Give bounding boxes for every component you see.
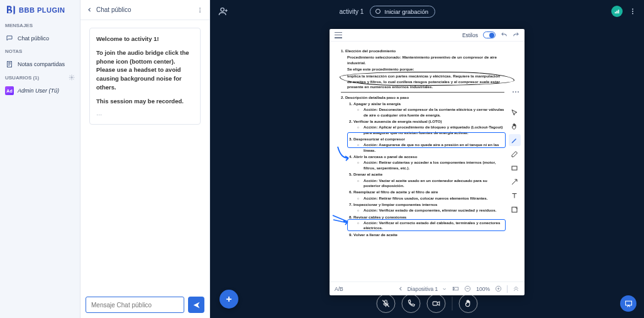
styles-toggle[interactable] (483, 31, 496, 38)
stage-topbar: activity 1 Iniciar grabación (210, 0, 644, 23)
welcome-line: Welcome to activity 1! (96, 35, 194, 43)
sidebar-item-user[interactable]: Ad Admin User (Tú) (0, 83, 80, 98)
doc-section1-title: 1. Elección del procedimiento (341, 48, 504, 54)
zoom-in-icon[interactable] (495, 285, 502, 292)
doc-step: Drenar el aceiteAcción: Vaciar el aceite… (353, 172, 504, 188)
undo-icon[interactable] (501, 31, 508, 38)
mute-mic-button[interactable] (377, 294, 396, 313)
options-kebab-icon[interactable] (629, 7, 636, 16)
audio-notice: To join the audio bridge click the phone… (96, 48, 194, 92)
record-icon (375, 9, 380, 14)
hide-presentation-icon[interactable] (513, 285, 519, 292)
hamburger-icon[interactable] (335, 32, 342, 38)
doc-why-intro: Se elige este procedimiento porque: (341, 67, 504, 72)
chat-input[interactable] (86, 297, 184, 313)
presentation-icon (625, 300, 633, 308)
svg-point-5 (221, 8, 224, 11)
tool-text-icon[interactable] (509, 190, 521, 202)
raise-hand-button[interactable] (459, 294, 478, 313)
user-avatar: Ad (5, 86, 14, 95)
bbb-logo-icon (5, 4, 16, 16)
restore-presentation-button[interactable] (620, 295, 636, 312)
slide-body: 1. Elección del procedimiento Procedimie… (330, 42, 525, 281)
leave-audio-button[interactable] (402, 294, 421, 313)
chat-panel: Chat público Welcome to activity 1! To j… (80, 0, 210, 318)
public-chat-label: Chat público (18, 35, 49, 42)
zoom-out-icon[interactable] (464, 285, 471, 292)
svg-point-1 (71, 77, 73, 79)
doc-selected-procedure: Procedimiento seleccionado: Mantenimient… (341, 55, 504, 65)
fit-width-icon[interactable] (452, 285, 459, 292)
tool-pen-icon[interactable] (509, 134, 521, 146)
actions-fab[interactable] (219, 290, 238, 309)
doc-step: Despresurizar el compresorAcción: Asegur… (353, 137, 504, 153)
doc-step: Inspeccionar y limpiar componentes inter… (353, 202, 504, 213)
svg-point-13 (515, 91, 516, 93)
chevron-left-icon[interactable] (87, 7, 92, 13)
doc-step-action: Acción: Verificar el correcto estado del… (353, 220, 504, 231)
doc-step: Reemplazar el filtro de aceite y el filt… (353, 190, 504, 201)
notes-section-label: NOTAS (0, 46, 80, 57)
messages-section-label: MENSAJES (0, 20, 80, 31)
welcome-message: Welcome to activity 1! To join the audio… (89, 28, 201, 125)
svg-rect-20 (433, 302, 437, 305)
app-logo: BBB PLUGIN (0, 0, 80, 20)
connection-status-icon[interactable] (611, 6, 623, 17)
prev-slide-icon[interactable] (398, 286, 404, 292)
redo-icon[interactable] (513, 31, 519, 38)
presentation-slide: Estilos 1. Elección del procedimiento Pr… (330, 29, 525, 295)
slide-indicator[interactable]: Diapositiva 1 (408, 286, 438, 292)
doc-step-action: Acción: Vaciar el aceite usado en un con… (353, 178, 504, 189)
doc-step-action: Acción: Asegurarse de que no quede aire … (353, 142, 504, 153)
users-section-label: USUARIOS (1) (0, 72, 80, 83)
doc-boxed-reason: Implica la interacción con partes mecáni… (341, 74, 504, 89)
tool-arrow-icon[interactable] (509, 176, 521, 188)
slide-topbar: Estilos (330, 29, 525, 42)
svg-point-2 (199, 8, 201, 9)
svg-point-10 (632, 11, 633, 12)
webcam-button[interactable] (427, 294, 446, 313)
chat-messages: Welcome to activity 1! To join the audio… (80, 20, 209, 292)
gear-icon[interactable] (69, 74, 75, 81)
doc-step-title: Revisar cables y conexiones (353, 215, 504, 220)
svg-point-11 (632, 13, 633, 14)
left-rail: BBB PLUGIN MENSAJES Chat público NOTAS N… (0, 0, 80, 318)
tool-eraser-icon[interactable] (509, 148, 521, 160)
start-recording-button[interactable]: Iniciar grabación (370, 6, 435, 18)
svg-rect-17 (453, 287, 458, 290)
svg-rect-7 (616, 11, 618, 13)
tool-rectangle-icon[interactable] (509, 162, 521, 174)
sidebar-item-shared-notes[interactable]: Notas compartidas (0, 57, 80, 72)
slide-footer: A/B Diapositiva 1 100% (330, 281, 525, 295)
doc-step-title: Verificar la ausencia de energía residua… (353, 119, 504, 124)
doc-step-action: Acción: Verificar estado de componentes,… (353, 208, 504, 213)
doc-step: Apagar y aislar la energíaAcción: Descon… (353, 101, 504, 118)
document-content: 1. Elección del procedimiento Procedimie… (341, 48, 504, 237)
doc-step: Verificar la ausencia de energía residua… (353, 119, 504, 135)
svg-rect-15 (512, 166, 517, 170)
sidebar-item-public-chat[interactable]: Chat público (0, 31, 80, 46)
activity-title: activity 1 (339, 8, 364, 15)
chat-icon (5, 34, 14, 43)
tool-hand-icon[interactable] (509, 120, 521, 132)
slide-dropdown-icon[interactable] (441, 287, 447, 292)
notes-icon (5, 60, 14, 69)
whiteboard-tools (507, 105, 522, 217)
app-logo-text: BBB PLUGIN (19, 6, 65, 14)
doc-step-title: Abrir la carcasa o panel de acceso (353, 154, 504, 159)
slide-more-icon[interactable] (512, 91, 519, 93)
kebab-icon[interactable] (197, 6, 203, 14)
svg-rect-6 (615, 12, 616, 13)
zoom-level: 100% (476, 286, 490, 292)
recorded-notice: This session may be recorded. (96, 97, 194, 106)
plus-icon (225, 295, 233, 304)
svg-point-9 (632, 9, 633, 10)
doc-step-action: Acción: Desconectar el compresor de la c… (353, 107, 504, 118)
tool-select-icon[interactable] (509, 106, 521, 118)
doc-step-action: Acción: Retirar filtros usados, colocar … (353, 196, 504, 201)
tool-image-icon[interactable] (509, 203, 521, 215)
svg-rect-8 (618, 10, 619, 14)
user-add-icon[interactable] (218, 6, 229, 17)
multiuser-toggle[interactable]: A/B (335, 286, 343, 292)
send-button[interactable] (188, 297, 204, 313)
